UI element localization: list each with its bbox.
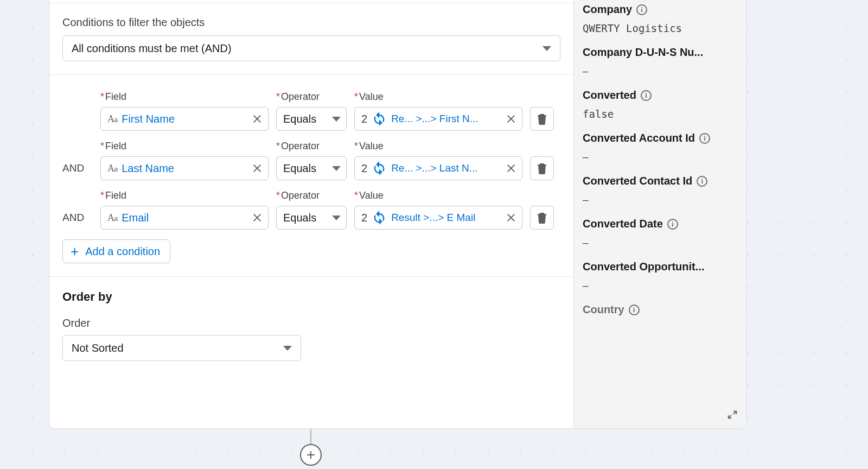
field-label: *Field: [100, 141, 269, 152]
side-field-label: Company D-U-N-S Nu...: [583, 46, 703, 59]
info-icon[interactable]: i: [641, 90, 652, 101]
chevron-down-icon: [542, 46, 551, 51]
value-label: *Value: [354, 141, 522, 152]
value-path: Result >...> E Mail: [391, 212, 501, 224]
side-field: Converted Opportunit... –: [583, 261, 737, 291]
chevron-down-icon: [332, 166, 341, 171]
side-field: Company D-U-N-S Nu... –: [583, 46, 737, 77]
condition-row: AND *Field Aa Last Name *Operator Equals: [62, 141, 560, 180]
text-type-icon: Aa: [107, 212, 117, 224]
value-input[interactable]: 2 Re... >...> First N...: [354, 107, 522, 131]
filter-logic-select[interactable]: All conditions must be met (AND): [62, 35, 560, 61]
side-field-value: –: [583, 280, 737, 291]
info-icon[interactable]: i: [629, 305, 640, 315]
operator-select[interactable]: Equals: [276, 206, 347, 230]
value-path: Re... >...> First N...: [391, 113, 501, 125]
value-label: *Value: [354, 190, 522, 201]
field-input[interactable]: Aa First Name: [100, 107, 269, 131]
field-label: *Field: [100, 91, 269, 103]
side-field: Companyi QWERTY Logistics: [583, 3, 737, 34]
operator-select[interactable]: Equals: [276, 156, 347, 180]
side-field: Converted Datei –: [583, 218, 737, 249]
value-index: 2: [361, 162, 367, 175]
chevron-down-icon: [332, 117, 341, 122]
info-icon[interactable]: i: [667, 219, 678, 230]
operator-label: *Operator: [276, 91, 347, 103]
value-input[interactable]: 2 Re... >...> Last N...: [354, 156, 522, 180]
field-input[interactable]: Aa Email: [100, 206, 269, 230]
side-field: Converted Contact Idi –: [583, 175, 737, 206]
operator-label: *Operator: [276, 190, 347, 201]
operator-label: *Operator: [276, 141, 347, 152]
side-field-value: –: [583, 151, 737, 163]
filter-logic-value: All conditions must be met (AND): [72, 42, 232, 55]
plus-icon: +: [307, 446, 315, 464]
field-value: First Name: [122, 113, 247, 125]
side-field-label: Country: [583, 303, 624, 316]
order-label: Order: [62, 317, 560, 329]
clear-icon[interactable]: [506, 212, 516, 223]
order-select[interactable]: Not Sorted: [62, 335, 301, 361]
clear-icon[interactable]: [506, 113, 516, 124]
info-icon[interactable]: i: [697, 176, 707, 187]
side-field-label: Converted Contact Id: [583, 175, 692, 187]
condition-row: AND *Field Aa Email *Operator Equals: [62, 190, 560, 230]
add-condition-button[interactable]: + Add a condition: [62, 239, 170, 263]
info-icon[interactable]: i: [636, 4, 647, 15]
operator-value: Equals: [283, 113, 328, 125]
side-field-value: –: [583, 237, 737, 249]
trash-icon: [537, 162, 547, 174]
clear-icon[interactable]: [252, 163, 263, 174]
details-sidebar: Companyi QWERTY Logistics Company D-U-N-…: [573, 0, 746, 428]
value-input[interactable]: 2 Result >...> E Mail: [354, 206, 522, 230]
side-field: Countryi: [583, 303, 737, 316]
side-field-label: Company: [583, 3, 632, 16]
and-label: AND: [62, 206, 93, 230]
delete-row-button[interactable]: [530, 206, 554, 230]
loop-icon: [372, 161, 387, 176]
side-field-label: Converted: [583, 89, 636, 102]
order-value: Not Sorted: [72, 342, 124, 354]
side-field-value: –: [583, 194, 737, 206]
filter-heading: Conditions to filter the objects: [62, 16, 560, 29]
and-label: AND: [62, 156, 93, 180]
clear-icon[interactable]: [252, 113, 263, 124]
filter-logic-section: Conditions to filter the objects All con…: [49, 3, 573, 75]
side-field-label: Converted Account Id: [583, 132, 695, 144]
side-field: Convertedi false: [583, 89, 737, 120]
conditions-section: *Field Aa First Name *Operator Equals: [49, 75, 573, 277]
side-field: Converted Account Idi –: [583, 132, 737, 163]
side-field-value: QWERTY Logistics: [583, 22, 737, 34]
loop-icon: [372, 210, 387, 225]
chevron-down-icon: [332, 216, 341, 220]
add-condition-label: Add a condition: [85, 245, 160, 258]
config-panel: Conditions to filter the objects All con…: [49, 0, 746, 429]
field-input[interactable]: Aa Last Name: [100, 156, 269, 180]
expand-button[interactable]: [726, 409, 738, 421]
main-column: Conditions to filter the objects All con…: [49, 0, 573, 428]
expand-icon: [726, 409, 738, 421]
order-by-heading: Order by: [62, 290, 560, 304]
chevron-down-icon: [283, 346, 292, 351]
value-index: 2: [361, 113, 367, 125]
operator-select[interactable]: Equals: [276, 107, 347, 131]
info-icon[interactable]: i: [699, 133, 710, 144]
clear-icon[interactable]: [506, 163, 516, 174]
operator-value: Equals: [283, 212, 328, 224]
clear-icon[interactable]: [252, 212, 263, 223]
trash-icon: [537, 113, 547, 125]
add-node-button[interactable]: +: [300, 444, 322, 466]
text-type-icon: Aa: [107, 113, 117, 125]
plus-icon: +: [71, 244, 79, 258]
text-type-icon: Aa: [107, 163, 117, 174]
side-field-value: –: [583, 65, 737, 77]
field-label: *Field: [100, 190, 269, 201]
delete-row-button[interactable]: [530, 156, 554, 180]
operator-value: Equals: [283, 162, 328, 175]
field-value: Last Name: [122, 162, 247, 175]
side-field-label: Converted Opportunit...: [583, 261, 704, 273]
condition-row: *Field Aa First Name *Operator Equals: [62, 91, 560, 131]
loop-icon: [372, 111, 387, 126]
side-field-value: false: [583, 108, 737, 120]
delete-row-button[interactable]: [530, 107, 554, 131]
